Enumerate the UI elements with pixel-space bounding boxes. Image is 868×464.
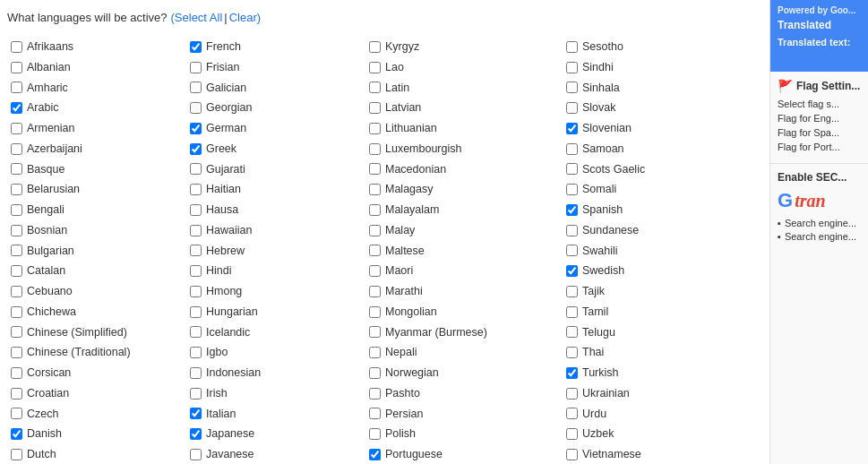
label-chinese-(simplified)[interactable]: Chinese (Simplified) (27, 324, 127, 341)
label-lithuanian[interactable]: Lithuanian (385, 120, 437, 137)
label-galician[interactable]: Galician (206, 80, 246, 97)
checkbox-haitian[interactable] (190, 184, 202, 195)
flag-item-3[interactable]: Flag for Port... (778, 142, 861, 152)
label-bosnian[interactable]: Bosnian (27, 222, 67, 239)
checkbox-arabic[interactable] (11, 102, 22, 114)
label-hmong[interactable]: Hmong (206, 283, 242, 300)
checkbox-mongolian[interactable] (369, 306, 381, 318)
label-gujarati[interactable]: Gujarati (206, 161, 245, 178)
checkbox-catalan[interactable] (11, 265, 22, 277)
label-maori[interactable]: Maori (385, 262, 413, 279)
checkbox-czech[interactable] (11, 408, 22, 419)
label-mongolian[interactable]: Mongolian (385, 304, 437, 321)
checkbox-french[interactable] (190, 41, 202, 53)
label-turkish[interactable]: Turkish (582, 365, 619, 382)
checkbox-azerbaijani[interactable] (11, 143, 22, 155)
label-somali[interactable]: Somali (582, 181, 616, 198)
label-catalan[interactable]: Catalan (27, 262, 65, 279)
label-slovenian[interactable]: Slovenian (582, 120, 632, 137)
label-tajik[interactable]: Tajik (582, 283, 605, 300)
checkbox-slovenian[interactable] (566, 123, 578, 134)
checkbox-sesotho[interactable] (566, 41, 578, 53)
checkbox-georgian[interactable] (190, 102, 202, 114)
checkbox-uzbek[interactable] (566, 428, 578, 440)
label-sesotho[interactable]: Sesotho (582, 39, 623, 56)
label-arabic[interactable]: Arabic (27, 99, 58, 116)
checkbox-spanish[interactable] (566, 204, 578, 216)
checkbox-hmong[interactable] (190, 286, 202, 297)
label-french[interactable]: French (206, 39, 241, 56)
checkbox-afrikaans[interactable] (11, 41, 22, 53)
checkbox-polish[interactable] (369, 428, 381, 440)
checkbox-marathi[interactable] (369, 286, 381, 297)
checkbox-lao[interactable] (369, 62, 381, 73)
checkbox-italian[interactable] (190, 408, 202, 419)
checkbox-macedonian[interactable] (369, 163, 381, 175)
label-german[interactable]: German (206, 120, 246, 137)
checkbox-chinese-(simplified)[interactable] (11, 326, 22, 338)
checkbox-galician[interactable] (190, 82, 202, 93)
checkbox-bengali[interactable] (11, 204, 22, 216)
label-irish[interactable]: Irish (206, 385, 228, 402)
checkbox-swedish[interactable] (566, 265, 578, 277)
checkbox-bulgarian[interactable] (11, 245, 22, 256)
label-igbo[interactable]: Igbo (206, 344, 228, 361)
checkbox-slovak[interactable] (566, 102, 578, 114)
label-chichewa[interactable]: Chichewa (27, 304, 76, 321)
checkbox-basque[interactable] (11, 163, 22, 175)
checkbox-luxembourgish[interactable] (369, 143, 381, 155)
label-danish[interactable]: Danish (27, 425, 62, 443)
label-hebrew[interactable]: Hebrew (206, 243, 245, 260)
label-myanmar-(burmese)[interactable]: Myanmar (Burmese) (385, 324, 487, 341)
label-malagasy[interactable]: Malagasy (385, 181, 434, 198)
checkbox-vietnamese[interactable] (566, 449, 578, 460)
checkbox-danish[interactable] (11, 428, 22, 440)
checkbox-scots-gaelic[interactable] (566, 163, 578, 175)
label-malayalam[interactable]: Malayalam (385, 202, 439, 219)
label-thai[interactable]: Thai (582, 344, 604, 361)
label-swedish[interactable]: Swedish (582, 262, 624, 279)
label-hausa[interactable]: Hausa (206, 202, 238, 219)
clear-link[interactable]: Clear (229, 11, 257, 24)
label-polish[interactable]: Polish (385, 425, 416, 443)
label-telugu[interactable]: Telugu (582, 324, 615, 341)
label-macedonian[interactable]: Macedonian (385, 161, 446, 178)
checkbox-croatian[interactable] (11, 388, 22, 400)
checkbox-swahili[interactable] (566, 245, 578, 256)
checkbox-norwegian[interactable] (369, 367, 381, 379)
label-dutch[interactable]: Dutch (27, 446, 56, 463)
checkbox-chichewa[interactable] (11, 306, 22, 318)
checkbox-sinhala[interactable] (566, 82, 578, 93)
label-latin[interactable]: Latin (385, 80, 409, 97)
label-hawaiian[interactable]: Hawaiian (206, 222, 252, 239)
flag-item-2[interactable]: Flag for Spa... (778, 127, 861, 138)
checkbox-javanese[interactable] (190, 449, 202, 460)
checkbox-indonesian[interactable] (190, 367, 202, 379)
label-indonesian[interactable]: Indonesian (206, 365, 261, 382)
label-armenian[interactable]: Armenian (27, 120, 75, 137)
checkbox-nepali[interactable] (369, 347, 381, 358)
label-swahili[interactable]: Swahili (582, 243, 618, 260)
label-croatian[interactable]: Croatian (27, 385, 69, 402)
label-hungarian[interactable]: Hungarian (206, 304, 258, 321)
label-scots-gaelic[interactable]: Scots Gaelic (582, 161, 645, 178)
label-vietnamese[interactable]: Vietnamese (582, 446, 641, 463)
label-italian[interactable]: Italian (206, 406, 236, 423)
checkbox-thai[interactable] (566, 347, 578, 358)
label-bulgarian[interactable]: Bulgarian (27, 243, 74, 260)
checkbox-malay[interactable] (369, 225, 381, 236)
checkbox-myanmar-(burmese)[interactable] (369, 326, 381, 338)
checkbox-hungarian[interactable] (190, 306, 202, 318)
label-sinhala[interactable]: Sinhala (582, 80, 620, 97)
label-amharic[interactable]: Amharic (27, 80, 68, 97)
checkbox-cebuano[interactable] (11, 286, 22, 297)
checkbox-latvian[interactable] (369, 102, 381, 114)
checkbox-maori[interactable] (369, 265, 381, 277)
checkbox-dutch[interactable] (11, 449, 22, 460)
checkbox-malagasy[interactable] (369, 184, 381, 195)
checkbox-albanian[interactable] (11, 62, 22, 73)
checkbox-ukrainian[interactable] (566, 388, 578, 400)
checkbox-sindhi[interactable] (566, 62, 578, 73)
checkbox-urdu[interactable] (566, 408, 578, 419)
label-bengali[interactable]: Bengali (27, 202, 64, 219)
